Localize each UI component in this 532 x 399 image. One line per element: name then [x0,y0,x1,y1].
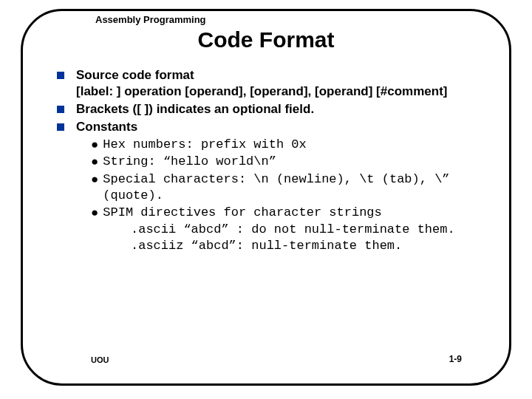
sub-sub-text: .asciiz “abcd”: null-terminate them. [131,238,480,254]
slide-title: Code Format [23,27,509,52]
square-bullet-icon [57,72,64,79]
sub-bullet-item: ● SPIM directives for character strings [91,205,480,221]
disc-bullet-icon: ● [91,205,98,221]
square-bullet-icon [57,123,64,131]
chapter-label: Assembly Programming [89,14,212,25]
bullet-text: Constants [76,119,137,135]
sub-bullet-item: ● Hex numbers: prefix with 0x [91,137,480,153]
sub-bullet-text: SPIM directives for character strings [103,205,381,221]
slide-frame: Assembly Programming Code Format Source … [21,9,511,386]
square-bullet-icon [57,106,64,113]
page-number: 1-9 [449,354,462,364]
disc-bullet-icon: ● [91,137,98,153]
sub-sub-text: .ascii “abcd” : do not null-terminate th… [131,222,480,238]
bullet-text: Source code format [label: ] operation [… [76,67,447,100]
text-line: [label: ] operation [operand], [operand]… [76,83,447,100]
disc-bullet-icon: ● [91,171,98,188]
bullet-item: Constants [57,119,480,135]
sub-bullet-text: Hex numbers: prefix with 0x [103,137,306,153]
sub-bullet-text: Special characters: \n (newline), \t (ta… [103,171,480,204]
sub-bullet-item: ● Special characters: \n (newline), \t (… [91,171,480,204]
bullet-item: Brackets ([ ]) indicates an optional fie… [57,101,480,117]
text-line: Source code format [76,67,447,83]
footer-org: UOU [91,355,109,364]
slide-content: Source code format [label: ] operation [… [23,52,509,254]
sub-bullet-item: ● String: “hello world\n” [91,154,480,170]
bullet-item: Source code format [label: ] operation [… [57,67,480,100]
sub-bullet-text: String: “hello world\n” [103,154,276,170]
bullet-text: Brackets ([ ]) indicates an optional fie… [76,101,314,117]
disc-bullet-icon: ● [91,154,98,170]
